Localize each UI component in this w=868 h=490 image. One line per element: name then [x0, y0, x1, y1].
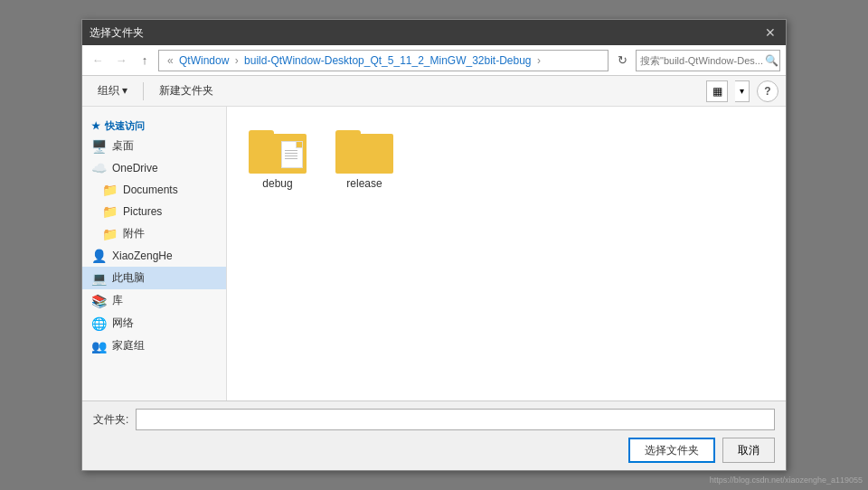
path-segment-build[interactable]: build-QtWindow-Desktop_Qt_5_11_2_MinGW_3…: [244, 54, 532, 67]
search-box: 🔍: [636, 50, 780, 71]
address-path[interactable]: « QtWindow › build-QtWindow-Desktop_Qt_5…: [158, 50, 609, 71]
title-bar: 选择文件夹 ✕: [82, 20, 786, 45]
user-icon: 👤: [91, 249, 107, 263]
folder-debug-icon: [249, 127, 307, 174]
watermark: https://blog.csdn.net/xiaozenghe_a119055: [710, 476, 863, 485]
close-button[interactable]: ✕: [762, 24, 778, 41]
folder-release-icon: [335, 127, 393, 174]
address-bar: ← → ↑ « QtWindow › build-QtWindow-Deskto…: [82, 45, 786, 76]
cancel-button[interactable]: 取消: [722, 438, 775, 463]
sidebar-item-desktop[interactable]: 🖥️ 桌面: [82, 135, 226, 157]
onedrive-icon: ☁️: [91, 161, 107, 175]
sidebar-item-attachments[interactable]: 📁 附件: [82, 222, 226, 245]
help-button[interactable]: ?: [757, 80, 778, 102]
sidebar-item-thispc[interactable]: 💻 此电脑: [82, 267, 226, 289]
sidebar-item-pictures[interactable]: 📁 Pictures: [82, 201, 226, 222]
button-row: 选择文件夹 取消: [93, 438, 775, 463]
quick-access-header: ★ 快速访问: [82, 114, 226, 135]
network-icon: 🌐: [91, 316, 107, 331]
organize-button[interactable]: 组织 ▾: [90, 80, 136, 103]
folder-release-label: release: [346, 177, 382, 190]
folder-debug[interactable]: debug: [241, 121, 314, 195]
sidebar-item-network[interactable]: 🌐 网络: [82, 312, 226, 335]
folder-release[interactable]: release: [328, 121, 401, 195]
filename-label: 文件夹:: [93, 412, 128, 428]
sidebar-item-documents[interactable]: 📁 Documents: [82, 179, 226, 201]
search-icon: 🔍: [765, 54, 778, 67]
forward-button[interactable]: →: [111, 51, 131, 71]
refresh-button[interactable]: ↻: [612, 51, 632, 71]
new-folder-button[interactable]: 新建文件夹: [151, 80, 222, 103]
filename-row: 文件夹:: [93, 409, 775, 430]
folder-icon-pictures: 📁: [102, 204, 118, 219]
sidebar: ★ 快速访问 🖥️ 桌面 ☁️ OneDrive 📁 Documents 📁 P…: [82, 107, 227, 400]
star-icon: ★: [91, 120, 100, 132]
up-button[interactable]: ↑: [135, 51, 155, 71]
sidebar-item-homegroup[interactable]: 👥 家庭组: [82, 335, 226, 357]
toolbar: 组织 ▾ 新建文件夹 ▦ ▾ ?: [82, 76, 786, 107]
thispc-icon: 💻: [91, 271, 107, 286]
content-area: debug release: [227, 107, 786, 400]
main-area: ★ 快速访问 🖥️ 桌面 ☁️ OneDrive 📁 Documents 📁 P…: [82, 107, 786, 400]
library-icon: 📚: [91, 294, 107, 308]
desktop-icon: 🖥️: [91, 139, 107, 154]
back-button[interactable]: ←: [88, 51, 108, 71]
folder-icon-attachments: 📁: [102, 227, 118, 241]
search-input[interactable]: [640, 55, 765, 66]
dialog-title: 选择文件夹: [90, 25, 144, 41]
folder-debug-label: debug: [262, 177, 292, 190]
view-icon-button[interactable]: ▦: [706, 80, 728, 102]
sidebar-item-onedrive[interactable]: ☁️ OneDrive: [82, 157, 226, 179]
bottom-area: 文件夹: 选择文件夹 取消: [82, 400, 786, 470]
path-segment-qtwindow[interactable]: QtWindow: [179, 54, 229, 67]
toolbar-separator: [143, 82, 144, 100]
view-dropdown-button[interactable]: ▾: [735, 80, 750, 102]
dialog: 选择文件夹 ✕ ← → ↑ « QtWindow › build-QtWindo…: [81, 19, 787, 471]
folder-icon-documents: 📁: [102, 183, 118, 197]
select-folder-button[interactable]: 选择文件夹: [628, 438, 715, 463]
sidebar-item-library[interactable]: 📚 库: [82, 289, 226, 312]
homegroup-icon: 👥: [91, 339, 107, 353]
filename-input[interactable]: [136, 409, 775, 430]
sidebar-item-user[interactable]: 👤 XiaoZengHe: [82, 245, 226, 267]
